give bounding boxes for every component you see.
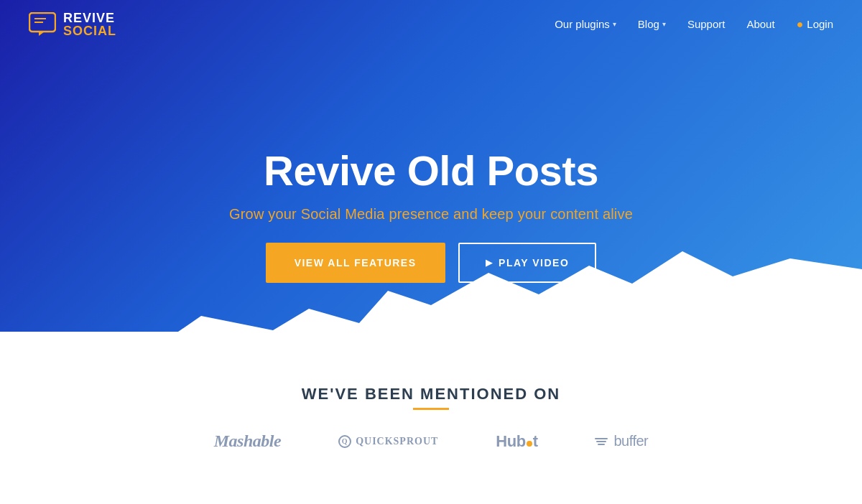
quicksprout-logo: Q QUICKSPROUT (338, 435, 438, 448)
logo-text: REVIVE SOCIAL (63, 11, 116, 37)
mentioned-section: WE'VE BEEN MENTIONED ON Mashable Q QUICK… (0, 332, 862, 504)
logo-social: SOCIAL (63, 24, 116, 37)
nav-about[interactable]: About (746, 18, 774, 30)
chevron-down-icon: ▾ (613, 20, 616, 28)
hero-buttons: VIEW ALL FEATURES ▶ PLAY VIDEO (266, 243, 597, 283)
view-features-button[interactable]: VIEW ALL FEATURES (266, 243, 445, 283)
logo-icon (29, 12, 56, 37)
nav-support[interactable]: Support (687, 18, 726, 30)
mashable-logo: Mashable (214, 431, 281, 451)
logo[interactable]: REVIVE SOCIAL (29, 11, 116, 37)
hubspot-dot (527, 441, 532, 447)
buffer-logo: buffer (595, 433, 648, 449)
navbar: REVIVE SOCIAL Our plugins ▾ Blog ▾ Suppo… (0, 0, 862, 48)
nav-links: Our plugins ▾ Blog ▾ Support About ● Log… (555, 18, 833, 31)
play-video-button[interactable]: ▶ PLAY VIDEO (458, 243, 597, 283)
nav-login[interactable]: ● Login (797, 18, 833, 31)
nav-plugins[interactable]: Our plugins ▾ (555, 18, 616, 30)
hubspot-logo: Hubt (496, 432, 537, 451)
chevron-down-icon: ▾ (662, 20, 666, 28)
buffer-icon (595, 438, 608, 445)
play-icon: ▶ (486, 258, 493, 268)
user-icon: ● (797, 18, 804, 31)
hero-title: Revive Old Posts (264, 148, 598, 194)
brand-logos: Mashable Q QUICKSPROUT Hubt buffer (214, 431, 648, 451)
mentioned-heading: WE'VE BEEN MENTIONED ON (302, 385, 560, 403)
heading-underline (413, 408, 449, 410)
hero-content: Revive Old Posts Grow your Social Media … (229, 148, 633, 284)
hero-subtitle: Grow your Social Media presence and keep… (229, 206, 633, 223)
logo-revive: REVIVE (63, 11, 116, 24)
hero-section: REVIVE SOCIAL Our plugins ▾ Blog ▾ Suppo… (0, 0, 862, 388)
quicksprout-icon: Q (338, 435, 351, 448)
nav-blog[interactable]: Blog ▾ (638, 18, 666, 30)
